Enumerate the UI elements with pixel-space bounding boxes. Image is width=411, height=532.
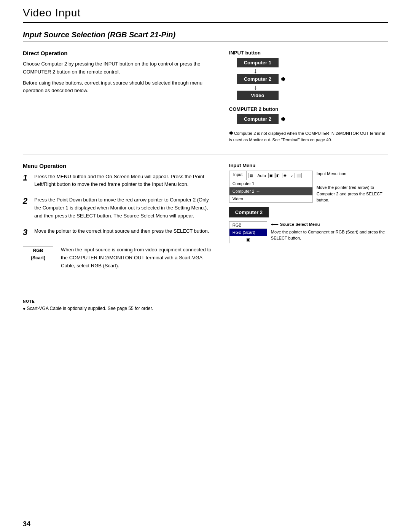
video-row: Video [237,91,279,100]
arrow-down-2: ↓ [254,84,257,91]
step-3-text: Move the pointer to the correct input so… [34,227,214,235]
menu-icon-6: ⬜ [296,173,302,178]
rgb-scart-label: RGB (Scart) [23,246,53,263]
note-section: NOTE ● Scart-VGA Cable is optionally sup… [23,296,388,312]
menu-header-input: Input [229,171,247,180]
menu-header: Input ▦ Auto ▣ ◧ ◉ ♪ ⬜ [229,171,313,180]
computer1-box: Computer 1 [237,58,279,67]
direct-op-right: INPUT button Computer 1 ↓ Computer 2 ✽ ↓… [229,50,388,143]
menu-items: Computer 1 Computer 2 ← Video [229,180,313,203]
step-1: 1 Press the MENU button and the On-Scree… [23,173,214,192]
source-select-area: RGB RGB (Scart) ▣ ⟵ Source Select Menu M… [229,221,388,243]
menu-item-computer1: Computer 1 [229,180,312,187]
menu-annotations: Input Menu icon Move the pointer (red ar… [317,171,388,203]
pointer-arrow-icon: ← [256,189,260,194]
asterisk-2: ✽ [281,116,285,122]
video-box: Video [237,91,279,100]
menu-operation-section: Menu Operation 1 Press the MENU button a… [23,163,388,273]
rgb-scart-row: RGB (Scart) When the input source is com… [23,246,214,273]
source-annotations: ⟵ Source Select Menu Move the pointer to… [271,221,388,241]
source-select-label-row: ⟵ Source Select Menu [271,221,388,227]
input-menu-diagram: Input ▦ Auto ▣ ◧ ◉ ♪ ⬜ [229,171,388,203]
note-asterisk: ✽ [229,131,233,136]
input-menu-label: Input Menu [229,163,388,168]
menu-item-computer2: Computer 2 ← [229,187,312,195]
step-list: 1 Press the MENU button and the On-Scree… [23,173,214,239]
page-header: Video Input [23,0,388,23]
source-select-annotation: Move the pointer to Component or RGB (Sc… [271,229,388,241]
computer2-btn-row: Computer 2 ✽ [237,114,285,124]
menu-icon-5: ♪ [289,173,295,178]
direct-op-body1: Choose Computer 2 by pressing the INPUT … [23,60,214,76]
rgb-scart-text: When the input source is coming from vid… [61,246,214,270]
note-text-content: Computer 2 is not displayed when the COM… [229,131,385,142]
menu-op-left: Menu Operation 1 Press the MENU button a… [23,163,214,273]
menu-op-right: Input Menu Input ▦ Auto ▣ ◧ ◉ ♪ [229,163,388,273]
step-2-text: Press the Point Down button to move the … [34,196,214,220]
computer1-row: Computer 1 [237,58,279,67]
asterisk-1: ✽ [281,76,285,82]
source-rgb: RGB [229,221,267,228]
menu-icon-1: ▦ [248,173,254,178]
step-1-text: Press the MENU button and the On-Screen … [34,173,214,189]
page-number: 34 [23,520,30,528]
menu-icon-3: ◧ [275,173,281,178]
arrow-down-1: ↓ [254,67,257,74]
source-arrow-icon: ⟵ [271,221,279,227]
section-title: Input Source Selection (RGB Scart 21-Pin… [23,30,388,42]
computer2-row: Computer 2 ✽ [237,74,285,84]
computer2-highlighted: Computer 2 [229,207,388,217]
input-button-flow: Computer 1 ↓ Computer 2 ✽ ↓ Video [237,58,388,100]
menu-mockup-container: Input ▦ Auto ▣ ◧ ◉ ♪ ⬜ [229,171,313,203]
section-divider [23,155,388,155]
menu-icon-4: ◉ [282,173,288,178]
pointer-annotation: Move the pointer (red arrow) to Computer… [317,184,388,203]
source-icon-row: ▣ [229,236,267,243]
input-menu-icon-annotation: Input Menu icon [317,171,388,177]
note-bullet: ● Scart-VGA Cable is optionally supplied… [23,305,388,312]
source-rgb-scart: RGB (Scart) [229,228,267,236]
computer2-button-flow: Computer 2 ✽ [237,114,388,124]
direct-op-heading: Direct Operation [23,50,214,56]
menu-item-video: Video [229,195,312,202]
computer2-box: Computer 2 [237,74,279,84]
page-title: Video Input [23,7,81,19]
direct-op-note: ✽ Computer 2 is not displayed when the C… [229,130,388,143]
source-menu: RGB RGB (Scart) ▣ [229,221,267,243]
step-3-number: 3 [23,227,30,238]
step-2: 2 Press the Point Down button to move th… [23,196,214,223]
menu-icon-2: ▣ [268,173,274,178]
menu-op-heading: Menu Operation [23,163,214,169]
menu-header-auto: Auto [255,172,268,179]
computer2-button-label: COMPUTER 2 button [229,106,388,112]
menu-header-icons: ▦ Auto ▣ ◧ ◉ ♪ ⬜ [247,171,303,180]
input-button-label: INPUT button [229,50,388,56]
step-3: 3 Move the pointer to the correct input … [23,227,214,238]
computer2-btn-box: Computer 2 [237,114,279,124]
source-select-label: Source Select Menu [280,222,320,227]
note-title: NOTE [23,299,388,304]
computer2-box-highlight: Computer 2 [229,207,269,217]
direct-op-left: Direct Operation Choose Computer 2 by pr… [23,50,214,143]
direct-operation-section: Direct Operation Choose Computer 2 by pr… [23,50,388,143]
step-2-number: 2 [23,196,30,223]
direct-op-body2: Before using these buttons, correct inpu… [23,79,214,95]
step-1-number: 1 [23,173,30,192]
